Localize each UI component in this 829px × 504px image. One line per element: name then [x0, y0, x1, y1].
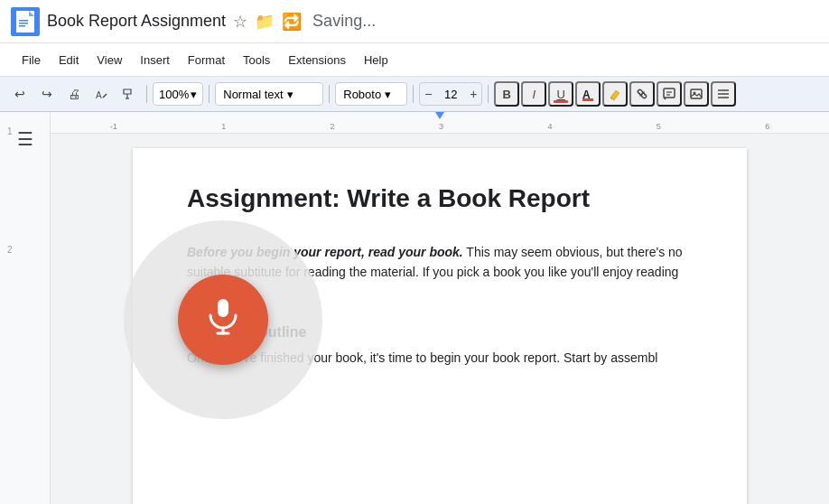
voice-input-button[interactable] [178, 275, 268, 365]
svg-rect-6 [19, 23, 28, 24]
style-chevron: ▾ [287, 88, 293, 101]
font-size-decrease[interactable]: − [420, 82, 436, 106]
document-heading: Assignment: Write a Book Report [187, 184, 693, 213]
insert-comment-button[interactable] [657, 81, 682, 107]
zoom-selector[interactable]: 100% ▾ [153, 82, 203, 106]
font-size-box: − + [419, 82, 482, 106]
separator-1 [146, 85, 147, 103]
document-title[interactable]: Book Report Assignment [47, 12, 226, 31]
zoom-chevron: ▾ [191, 88, 197, 101]
svg-rect-14 [691, 89, 702, 98]
separator-3 [329, 85, 330, 103]
style-value: Normal text [223, 88, 283, 101]
separator-2 [209, 85, 210, 103]
style-selector[interactable]: Normal text ▾ [215, 82, 323, 106]
underline-letter: U [557, 88, 565, 101]
svg-rect-7 [19, 25, 25, 27]
underline-button[interactable]: U [548, 81, 573, 107]
separator-5 [488, 85, 489, 103]
menu-bar: File Edit View Insert Format Tools Exten… [0, 43, 829, 76]
svg-rect-2 [16, 11, 29, 33]
menu-extensions[interactable]: Extensions [281, 50, 353, 70]
menu-format[interactable]: Format [181, 50, 232, 70]
ruler-inner: -1 1 2 3 4 5 6 [51, 112, 829, 133]
menu-tools[interactable]: Tools [236, 50, 277, 70]
menu-file[interactable]: File [14, 50, 48, 70]
document-page[interactable]: Assignment: Write a Book Report Before y… [133, 148, 747, 504]
svg-rect-10 [582, 98, 593, 101]
svg-rect-19 [218, 299, 228, 317]
bold-button[interactable]: B [494, 81, 519, 107]
redo-button[interactable]: ↪ [34, 81, 60, 107]
link-button[interactable] [629, 81, 655, 107]
menu-help[interactable]: Help [357, 50, 396, 70]
title-row: Book Report Assignment ☆ 📁 🔁 Saving... [47, 12, 818, 32]
print-button[interactable]: 🖨 [61, 81, 87, 107]
ruler-mark: -1 [110, 122, 117, 131]
separator-4 [413, 85, 414, 103]
ruler-mark: 2 [331, 122, 335, 131]
folder-icon[interactable]: 📁 [255, 12, 275, 32]
highlight-button[interactable] [602, 81, 628, 107]
svg-rect-5 [19, 20, 28, 22]
sidebar: ☰ 1 2 [0, 112, 51, 504]
cloud-icon[interactable]: 🔁 [282, 12, 302, 32]
undo-button[interactable]: ↩ [7, 81, 33, 107]
menu-edit[interactable]: Edit [51, 50, 86, 70]
svg-text:A: A [96, 90, 102, 100]
saving-status: Saving... [312, 12, 376, 31]
ruler-mark: 4 [547, 122, 552, 131]
title-icons: ☆ 📁 🔁 Saving... [233, 12, 376, 32]
title-info: Book Report Assignment ☆ 📁 🔁 Saving... [47, 12, 818, 32]
title-bar: Book Report Assignment ☆ 📁 🔁 Saving... [0, 0, 829, 43]
text-color-button[interactable]: A [575, 81, 601, 107]
spellcheck-button[interactable]: A [88, 81, 114, 107]
toolbar: ↩ ↪ 🖨 A 100% ▾ Normal text ▾ Roboto ▾ − … [0, 76, 829, 112]
page-num-2: 2 [7, 245, 13, 255]
font-size-input[interactable] [436, 88, 465, 101]
microphone-icon [203, 295, 243, 344]
app-icon [11, 7, 40, 36]
more-options-button[interactable] [711, 81, 736, 107]
svg-rect-11 [664, 89, 675, 98]
underline-color-bar [554, 100, 568, 103]
zoom-value: 100% [159, 88, 189, 101]
font-value: Roboto [343, 88, 381, 101]
paintformat-button[interactable] [116, 81, 141, 107]
insert-image-button[interactable] [684, 81, 709, 107]
font-chevron: ▾ [385, 88, 391, 101]
page-margin-numbers: 1 2 [0, 126, 13, 255]
voice-overlay [124, 220, 322, 419]
page-area: -1 1 2 3 4 5 6 [51, 112, 829, 504]
font-selector[interactable]: Roboto ▾ [335, 82, 407, 106]
main-area: ☰ 1 2 -1 1 2 3 4 5 6 [0, 112, 829, 504]
ruler-cursor-triangle [435, 112, 444, 119]
ruler-mark: 5 [657, 122, 661, 131]
ruler-mark: 6 [765, 122, 769, 131]
ruler-mark: 3 [439, 122, 443, 131]
menu-view[interactable]: View [89, 50, 129, 70]
menu-insert[interactable]: Insert [133, 50, 177, 70]
outline-icon[interactable]: ☰ [12, 123, 39, 155]
font-size-increase[interactable]: + [465, 82, 481, 106]
ruler-marks: -1 1 2 3 4 5 6 [58, 122, 822, 133]
ruler: -1 1 2 3 4 5 6 [51, 112, 829, 134]
italic-button[interactable]: I [521, 81, 546, 107]
page-num-1: 1 [7, 126, 13, 136]
ruler-mark: 1 [221, 122, 226, 131]
star-icon[interactable]: ☆ [233, 12, 247, 32]
